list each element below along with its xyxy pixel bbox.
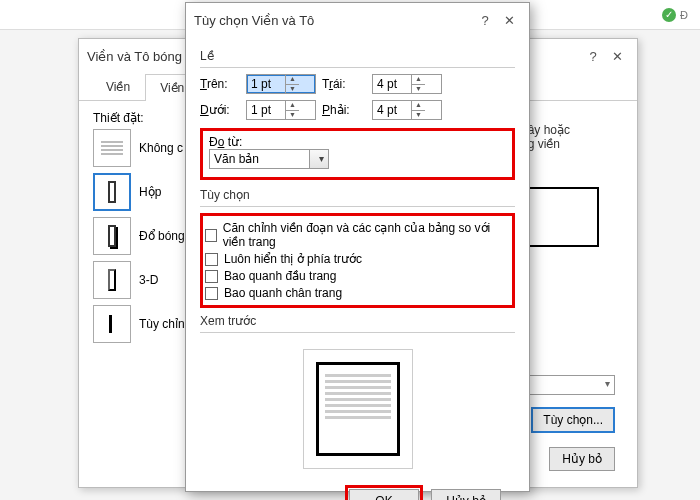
spin-down-icon[interactable]: ▼: [286, 85, 299, 94]
left-label: Trái:: [322, 77, 366, 91]
options-group-label: Tùy chọn: [200, 188, 515, 202]
options-checklist-highlight: Căn chỉnh viền đoạn và các cạnh của bảng…: [200, 213, 515, 308]
preview-hint: dây hoặc ng viền: [521, 123, 621, 247]
preview-thumbnail: [521, 187, 599, 247]
measure-from-highlight: Đo từ: Văn bản: [200, 128, 515, 180]
border-options-dialog: Tùy chọn Viền và Tô ? ✕ Lề Trên: ▲▼ Trái…: [185, 2, 530, 492]
style-list: Không c Hộp Đổ bóng 3-D Tùy chỉn: [93, 129, 185, 343]
style-custom[interactable]: Tùy chỉn: [93, 305, 185, 343]
right-label: Phải:: [322, 103, 366, 117]
right-input[interactable]: [373, 101, 411, 119]
preview-group-label: Xem trước: [200, 314, 515, 328]
bottom-input[interactable]: [247, 101, 285, 119]
options-dialog-title: Tùy chọn Viền và Tô: [194, 13, 473, 28]
right-spinner[interactable]: ▲▼: [372, 100, 442, 120]
tab-border[interactable]: Viền: [91, 73, 145, 100]
check-surround-footer[interactable]: Bao quanh chân trang: [205, 286, 510, 300]
setting-section-label: Thiết đặt:: [93, 111, 185, 125]
check-always-front[interactable]: Luôn hiển thị ở phía trước: [205, 252, 510, 266]
sync-status-icon: ✓: [662, 8, 676, 22]
close-icon[interactable]: ✕: [605, 45, 629, 67]
spin-down-icon[interactable]: ▼: [286, 111, 299, 120]
spin-up-icon[interactable]: ▲: [412, 101, 425, 111]
spin-down-icon[interactable]: ▼: [412, 111, 425, 120]
checkbox-icon[interactable]: [205, 253, 218, 266]
margins-group-label: Lề: [200, 49, 515, 63]
cancel-button-bg[interactable]: Hủy bỏ: [549, 447, 615, 471]
top-spinner[interactable]: ▲▼: [246, 74, 316, 94]
dialog-buttons: OK Hủy bỏ: [200, 483, 515, 500]
measure-from-label: Đo từ:: [209, 135, 506, 149]
checkbox-icon[interactable]: [205, 270, 218, 283]
bottom-spinner[interactable]: ▲▼: [246, 100, 316, 120]
style-shadow[interactable]: Đổ bóng: [93, 217, 185, 255]
spin-up-icon[interactable]: ▲: [286, 101, 299, 111]
check-align-borders[interactable]: Căn chỉnh viền đoạn và các cạnh của bảng…: [205, 221, 510, 249]
share-label[interactable]: Đ: [680, 9, 688, 21]
margins-grid: Trên: ▲▼ Trái: ▲▼ Dưới: ▲▼ Phải: ▲▼: [200, 74, 515, 120]
options-dialog-title-bar: Tùy chọn Viền và Tô ? ✕: [186, 3, 529, 37]
style-box[interactable]: Hộp: [93, 173, 185, 211]
checkbox-icon[interactable]: [205, 287, 218, 300]
spin-up-icon[interactable]: ▲: [286, 75, 299, 85]
spin-up-icon[interactable]: ▲: [412, 75, 425, 85]
bottom-label: Dưới:: [200, 103, 240, 117]
style-none[interactable]: Không c: [93, 129, 185, 167]
close-icon[interactable]: ✕: [497, 9, 521, 31]
measure-from-select[interactable]: Văn bản: [209, 149, 329, 169]
ok-button[interactable]: OK: [349, 489, 419, 500]
style-3d[interactable]: 3-D: [93, 261, 185, 299]
measure-from-value: Văn bản: [214, 152, 259, 166]
left-spinner[interactable]: ▲▼: [372, 74, 442, 94]
top-input[interactable]: [247, 75, 285, 93]
left-input[interactable]: [373, 75, 411, 93]
checkbox-icon[interactable]: [205, 229, 217, 242]
help-icon[interactable]: ?: [581, 45, 605, 67]
preview-page: [303, 349, 413, 469]
options-button[interactable]: Tùy chọn...: [531, 407, 615, 433]
spin-down-icon[interactable]: ▼: [412, 85, 425, 94]
help-icon[interactable]: ?: [473, 9, 497, 31]
cancel-button[interactable]: Hủy bỏ: [431, 489, 501, 500]
check-surround-header[interactable]: Bao quanh đầu trang: [205, 269, 510, 283]
preview-area: [200, 339, 515, 483]
top-label: Trên:: [200, 77, 240, 91]
